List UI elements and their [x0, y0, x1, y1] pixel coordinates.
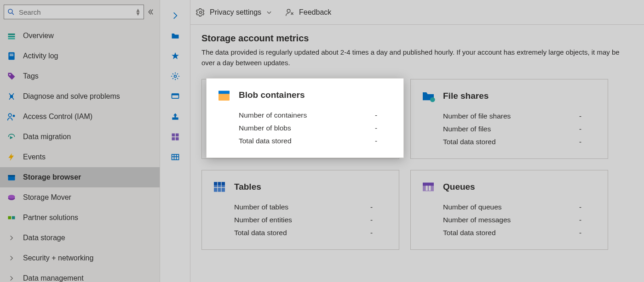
svg-rect-45: [218, 91, 230, 94]
log-icon: [6, 51, 17, 61]
sidebar-item-data-management[interactable]: Data management: [0, 268, 160, 282]
metric-label: Total data stored: [239, 137, 292, 145]
sidebar-item-label: Security + networking: [23, 254, 93, 262]
svg-rect-2: [8, 34, 15, 35]
svg-rect-7: [10, 55, 13, 56]
partner-icon: [6, 213, 17, 222]
metric-value: -: [375, 137, 393, 145]
metric-value: -: [579, 229, 598, 237]
sidebar-item-label: Storage Mover: [23, 193, 71, 202]
feedback-button[interactable]: Feedback: [285, 8, 331, 17]
sidebar-item-label: Activity log: [23, 52, 58, 60]
access-control-icon: [6, 112, 17, 121]
chevron-right-icon: [6, 255, 17, 261]
grid-purple-icon[interactable]: [171, 132, 180, 141]
sidebar-item-label: Diagnose and solve problems: [23, 92, 120, 101]
sidebar-item-label: Data storage: [23, 234, 65, 242]
svg-rect-36: [214, 182, 225, 185]
card-title: File shares: [443, 91, 489, 101]
sidebar-item-security-networking[interactable]: Security + networking: [0, 248, 160, 268]
sidebar-item-tags[interactable]: Tags: [0, 66, 160, 86]
metric-label: Number of entities: [234, 216, 292, 224]
card-blob-containers-highlight[interactable]: Blob containers Number of containers- Nu…: [206, 78, 404, 158]
svg-rect-13: [8, 175, 15, 176]
storage-icon: [6, 31, 17, 40]
svg-rect-16: [8, 216, 12, 220]
sidebar-item-access-control[interactable]: Access Control (IAM): [0, 107, 160, 127]
card-tables[interactable]: Tables Number of tables- Number of entit…: [201, 170, 399, 250]
toolbar: Privacy settings Feedback: [190, 0, 644, 25]
svg-rect-41: [423, 183, 434, 186]
search-box[interactable]: ▲▼: [4, 5, 144, 19]
metric-label: Number of tables: [234, 203, 288, 211]
svg-point-31: [287, 9, 290, 12]
sidebar-item-label: Overview: [23, 32, 54, 40]
svg-rect-6: [10, 54, 13, 55]
metric-value: -: [370, 203, 389, 211]
sidebar-item-diagnose[interactable]: Diagnose and solve problems: [0, 86, 160, 107]
card-title: Tables: [234, 182, 261, 192]
metric-value: -: [579, 112, 598, 120]
metric-label: Total data stored: [443, 229, 496, 237]
metric-label: Number of blobs: [239, 124, 291, 132]
gear-icon[interactable]: [171, 72, 180, 81]
metric-label: Total data stored: [443, 138, 496, 146]
search-input[interactable]: [15, 8, 135, 16]
svg-point-11: [13, 115, 14, 117]
metric-value: -: [579, 203, 598, 211]
search-icon: [7, 8, 15, 16]
queues-icon: [421, 180, 436, 194]
card-title: Queues: [443, 182, 475, 192]
sidebar-item-label: Tags: [23, 72, 39, 80]
tables-icon: [212, 180, 227, 194]
svg-point-18: [174, 75, 176, 78]
svg-point-10: [8, 113, 12, 117]
folder-icon[interactable]: [171, 31, 180, 40]
card-file-shares[interactable]: File shares Number of file shares- Numbe…: [410, 79, 608, 159]
expand-rail-icon[interactable]: [171, 11, 180, 20]
star-icon[interactable]: [171, 51, 180, 61]
sidebar-item-events[interactable]: Events: [0, 147, 160, 167]
metric-value: -: [370, 229, 389, 237]
page-title: Storage account metrics: [201, 33, 633, 44]
sidebar-item-overview[interactable]: Overview: [0, 26, 160, 46]
monitor-icon[interactable]: [171, 92, 180, 101]
svg-point-8: [9, 74, 11, 75]
sidebar: ▲▼ Overview Activity log Tags Diagnose a…: [0, 0, 160, 282]
nav-rail: [160, 0, 190, 282]
svg-rect-24: [172, 137, 175, 141]
sort-icon[interactable]: ▲▼: [135, 8, 141, 16]
events-icon: [6, 152, 17, 162]
card-queues[interactable]: Queues Number of queues- Number of messa…: [410, 170, 608, 250]
metric-value: -: [370, 216, 389, 224]
card-title: Blob containers: [239, 90, 305, 100]
chevron-down-icon: [266, 9, 272, 16]
svg-rect-25: [175, 137, 178, 141]
sidebar-item-data-migration[interactable]: Data migration: [0, 127, 160, 147]
sidebar-item-partner-solutions[interactable]: Partner solutions: [0, 208, 160, 228]
toolbar-label: Privacy settings: [210, 8, 261, 17]
sidebar-item-activity-log[interactable]: Activity log: [0, 46, 160, 66]
svg-rect-20: [172, 94, 178, 95]
browser-icon: [6, 173, 17, 182]
svg-rect-17: [12, 216, 15, 220]
table-blue-icon[interactable]: [171, 152, 180, 162]
sidebar-item-storage-browser[interactable]: Storage browser: [0, 167, 160, 187]
svg-rect-4: [8, 38, 15, 39]
metric-label: Number of messages: [443, 216, 511, 224]
sidebar-item-data-storage[interactable]: Data storage: [0, 228, 160, 248]
sidebar-item-label: Data management: [23, 274, 84, 282]
privacy-settings-button[interactable]: Privacy settings: [196, 8, 272, 17]
svg-rect-42: [426, 186, 428, 191]
upload-icon[interactable]: [171, 112, 180, 121]
file-shares-icon: [421, 89, 436, 103]
metric-label: Number of queues: [443, 203, 502, 211]
sidebar-item-label: Storage browser: [23, 173, 81, 181]
sidebar-item-storage-mover[interactable]: Storage Mover: [0, 187, 160, 208]
collapse-sidebar-icon[interactable]: [148, 8, 156, 16]
svg-line-1: [12, 13, 14, 15]
chevron-right-icon: [6, 275, 17, 282]
toolbar-label: Feedback: [299, 8, 331, 17]
sidebar-item-label: Events: [23, 153, 46, 161]
page-description: The data provided is regularly updated a…: [201, 47, 633, 68]
